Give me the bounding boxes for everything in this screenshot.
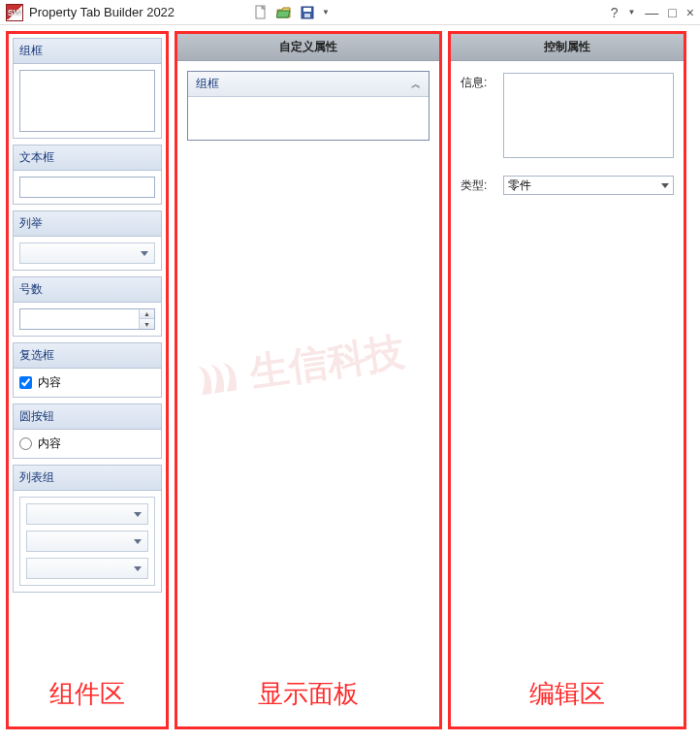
toolbar-dropdown-icon[interactable]: ▼ [322,8,330,16]
collapse-icon[interactable]: ︽ [411,78,421,91]
open-file-icon[interactable] [275,4,293,21]
list-section[interactable]: 列举 [13,210,162,271]
save-file-icon[interactable] [299,4,316,21]
spinner-up-icon: ▲ [140,309,154,319]
mid-panel-header: 自定义属性 [177,34,439,61]
right-panel-header: 控制属性 [451,34,684,61]
new-file-icon[interactable] [252,4,270,21]
toolbar: ▼ [252,4,330,21]
radio-input [19,437,32,450]
groupbox-header: 组框 [14,39,161,64]
textbox-header: 文本框 [14,145,161,171]
type-label: 类型: [461,176,503,195]
listgroup-header: 列表组 [14,466,161,491]
app-title: Property Tab Builder 2022 [29,5,175,19]
help-dropdown-icon[interactable]: ▼ [627,8,635,16]
group-widget-body[interactable] [188,97,429,140]
zone-label-left: 组件区 [9,677,166,711]
textbox-section[interactable]: 文本框 [13,145,162,205]
window-controls: ? ▼ — □ × [611,5,694,20]
listgroup-combo-3 [26,558,148,579]
groupbox-preview [19,70,155,132]
group-widget-title: 组框 [196,76,219,92]
titlebar: SW Property Tab Builder 2022 ▼ ? ▼ — □ × [0,0,700,25]
info-textarea[interactable] [503,73,674,158]
checkbox-header: 复选框 [14,343,161,369]
help-icon[interactable]: ? [611,5,619,20]
radio-section[interactable]: 圆按钮 内容 [13,403,162,459]
zone-label-right: 编辑区 [451,677,684,711]
textbox-preview [19,177,155,198]
svg-rect-2 [303,8,311,12]
info-label: 信息: [461,73,503,158]
radio-preview: 内容 [19,436,155,452]
listgroup-preview [19,497,155,586]
list-header: 列举 [14,211,161,237]
type-select-value: 零件 [508,177,531,194]
checkbox-label: 内容 [38,374,61,391]
listgroup-section[interactable]: 列表组 [13,465,162,593]
list-preview [19,242,155,264]
checkbox-section[interactable]: 复选框 内容 [13,342,162,398]
zone-label-mid: 显示面板 [177,677,439,711]
restore-button[interactable]: □ [668,5,676,20]
number-header: 号数 [14,277,161,303]
svg-rect-3 [304,14,310,17]
number-section[interactable]: 号数 ▲▼ [13,276,162,337]
minimize-button[interactable]: — [645,5,658,20]
groupbox-section[interactable]: 组框 [13,38,162,139]
checkbox-input [19,376,32,389]
spinner-down-icon: ▼ [140,319,154,329]
listgroup-combo-1 [26,503,148,525]
app-icon: SW [6,4,23,21]
edit-panel: 控制属性 信息: 类型: 零件 编辑区 [448,31,686,729]
listgroup-combo-2 [26,531,148,552]
radio-label: 内容 [38,436,61,452]
display-panel: 自定义属性 组框 ︽ 显示面板 [175,31,442,729]
group-widget[interactable]: 组框 ︽ [187,71,430,141]
components-panel: 组框 文本框 列举 号数 ▲▼ 复选框 内容 [6,31,169,729]
checkbox-preview: 内容 [19,374,155,391]
close-button[interactable]: × [686,5,694,20]
type-select[interactable]: 零件 [503,176,674,195]
radio-header: 圆按钮 [14,404,161,430]
number-preview: ▲▼ [19,308,155,330]
main-area: 组框 文本框 列举 号数 ▲▼ 复选框 内容 [0,25,700,735]
